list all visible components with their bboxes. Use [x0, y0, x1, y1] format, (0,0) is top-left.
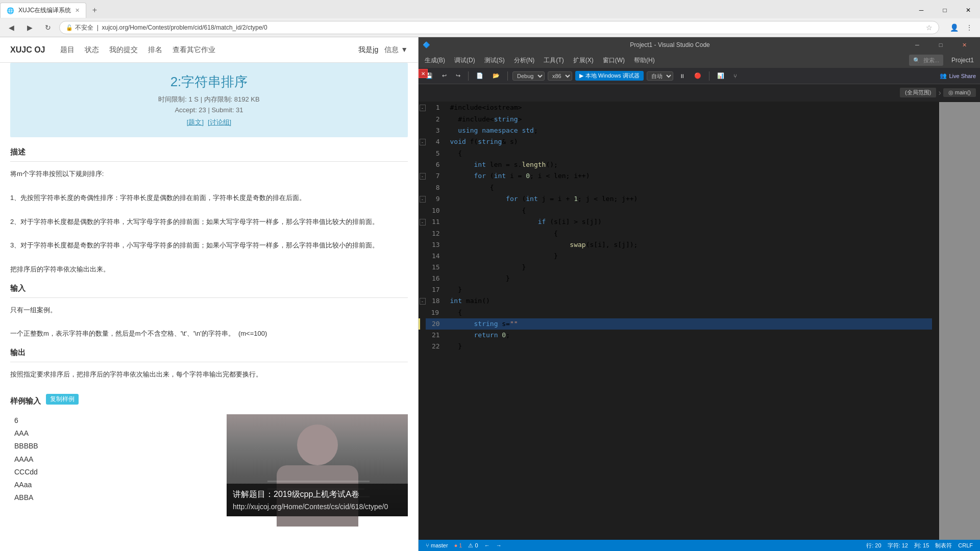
refresh-button[interactable]: ↻ [41, 20, 55, 35]
symbol-dropdown[interactable]: ◎ main() [943, 88, 976, 97]
code-cell[interactable]: } [446, 262, 932, 273]
code-cell[interactable]: } [446, 341, 932, 352]
code-cell[interactable]: } [446, 251, 932, 262]
toolbar-breakpoints[interactable]: 🔴 [691, 71, 704, 80]
maximize-button[interactable]: □ [933, 1, 957, 19]
code-cell[interactable]: { [446, 228, 932, 239]
fold-icon[interactable]: - [420, 219, 426, 226]
code-cell[interactable]: int main() [446, 295, 932, 307]
tab-title: XUJC在线编译系统 [18, 6, 71, 15]
menu-test[interactable]: 测试(S) [480, 55, 509, 66]
toolbar-open[interactable]: 📂 [489, 71, 503, 80]
menu-help[interactable]: 帮助(H) [630, 55, 659, 66]
description-text: 将m个字符串按照以下规则排序: 1、先按照字符串长度的奇偶性排序：字符串长度是偶… [10, 168, 408, 276]
fold-icon[interactable]: - [420, 139, 426, 145]
live-share-button[interactable]: 👥 Live Share [940, 72, 976, 79]
code-cell[interactable]: void f(string& s) [446, 136, 932, 148]
toolbar-new-file[interactable]: 📄 [473, 71, 486, 80]
profile-icon[interactable]: 👤 [947, 21, 961, 34]
code-cell[interactable]: for (int j = i + 1; j < len; j++) [446, 193, 932, 205]
close-button[interactable]: ✕ [957, 1, 980, 19]
menu-icon[interactable]: ⋮ [963, 21, 976, 34]
nav-submissions[interactable]: 我的提交 [109, 45, 138, 55]
vscode-menubar: 生成(B) 调试(D) 测试(S) 分析(N) 工具(T) 扩展(X) 窗口(W… [419, 53, 980, 68]
run-button[interactable]: ▶ 本地 Windows 调试器 [575, 71, 644, 81]
status-warnings[interactable]: ⚠ 0 [465, 542, 481, 549]
address-bar[interactable]: 🔓 不安全 | xujcoj.org/Home/Contest/problem/… [59, 21, 939, 34]
fold-icon[interactable]: - [420, 196, 426, 203]
code-cell[interactable]: #include<iostream> [446, 102, 932, 114]
status-nav-back[interactable]: ← [481, 542, 493, 548]
scope-dropdown[interactable]: (全局范围) [900, 88, 936, 97]
code-row: 22 } [420, 341, 933, 352]
editor-main[interactable]: -1#include<iostream>2 #include<string>3 … [419, 102, 932, 540]
vscode-maximize[interactable]: □ [929, 37, 952, 53]
status-pos[interactable]: 列: 15 [911, 542, 932, 549]
fold-gutter-cell [420, 148, 426, 159]
vscode-minimize[interactable]: ─ [905, 37, 929, 53]
code-cell[interactable]: { [446, 307, 932, 318]
code-cell[interactable]: string s="" [446, 318, 932, 330]
status-git[interactable]: ⑂ master [423, 542, 451, 548]
code-row: -11 if (s[i] > s[j]) [420, 216, 933, 228]
nav-status[interactable]: 状态 [85, 45, 99, 55]
scrollbar-track[interactable] [932, 102, 939, 540]
toolbar-git[interactable]: ⑂ [730, 72, 740, 80]
problem-link-text[interactable]: [题文] [187, 118, 204, 127]
code-cell[interactable]: } [446, 284, 932, 295]
code-cell[interactable]: { [446, 148, 932, 159]
sample-line-3: AAAA [14, 453, 216, 466]
browser-tab[interactable]: 🌐 XUJC在线编译系统 ✕ [0, 3, 86, 18]
menu-extensions[interactable]: 扩展(X) [569, 55, 598, 66]
mode-select[interactable]: 自动 [647, 71, 673, 81]
code-cell[interactable]: { [446, 182, 932, 193]
info-btn[interactable]: 信息 ▼ [384, 45, 408, 55]
status-encoding[interactable]: 制表符 [932, 542, 955, 549]
arch-select[interactable]: x86 [548, 71, 572, 81]
sample-data: 6 AAA BBBBB AAAA CCCdd AAaa ABBA [10, 414, 216, 504]
debug-config-select[interactable]: Debug [512, 71, 545, 81]
search-box-container[interactable]: 🔍 搜索... [909, 55, 943, 66]
status-errors[interactable]: ● 1 [451, 542, 465, 548]
code-cell[interactable]: } [446, 273, 932, 284]
nav-ranking[interactable]: 排名 [148, 45, 162, 55]
nav-other[interactable]: 查看其它作业 [173, 45, 215, 55]
menu-window[interactable]: 窗口(W) [599, 55, 629, 66]
line-number: 1 [426, 102, 446, 114]
bookmark-icon[interactable]: ☆ [926, 23, 933, 32]
code-cell[interactable]: swap(s[i], s[j]); [446, 239, 932, 251]
toolbar-redo[interactable]: ↪ [453, 71, 463, 80]
status-nav-fwd[interactable]: → [493, 542, 505, 548]
status-col[interactable]: 字符: 12 [885, 542, 911, 549]
nav-problems[interactable]: 题目 [60, 45, 75, 55]
menu-analyze[interactable]: 分析(N) [510, 55, 539, 66]
code-cell[interactable]: #include<string> [446, 114, 932, 125]
fold-icon[interactable]: - [420, 105, 426, 111]
menu-debug[interactable]: 调试(D) [450, 55, 479, 66]
code-cell[interactable]: int len = s.length(); [446, 159, 932, 170]
toolbar-perf[interactable]: 📊 [714, 71, 727, 80]
code-cell[interactable]: if (s[i] > s[j]) [446, 216, 932, 228]
problem-link-discuss[interactable]: [讨论组] [208, 118, 231, 127]
copy-sample-button[interactable]: 复制样例 [46, 394, 79, 405]
code-cell[interactable]: { [446, 205, 932, 216]
status-line[interactable]: 行: 20 [863, 542, 884, 549]
vscode-close[interactable]: ✕ [952, 37, 976, 53]
new-tab-button[interactable]: + [88, 4, 101, 16]
code-cell[interactable]: using namespace std; [446, 125, 932, 136]
status-line-ending[interactable]: CRLF [955, 542, 976, 549]
toolbar-undo[interactable]: ↩ [439, 71, 450, 80]
fold-icon[interactable]: - [420, 298, 426, 305]
minimize-button[interactable]: ─ [910, 1, 933, 19]
run-target-label: 本地 Windows 调试器 [585, 72, 640, 80]
code-cell[interactable]: return 0; [446, 330, 932, 341]
code-cell[interactable]: for (int i = 0; i < len; i++) [446, 170, 932, 182]
menu-tools[interactable]: 工具(T) [540, 55, 568, 66]
toolbar-attach[interactable]: ⏸ [676, 72, 688, 80]
forward-button[interactable]: ▶ [22, 20, 37, 35]
panel-close-button[interactable]: ✕ [419, 69, 428, 78]
fold-icon[interactable]: - [420, 173, 426, 180]
back-button[interactable]: ◀ [4, 20, 18, 35]
tab-close-btn[interactable]: ✕ [75, 7, 80, 14]
menu-build[interactable]: 生成(B) [421, 55, 449, 66]
